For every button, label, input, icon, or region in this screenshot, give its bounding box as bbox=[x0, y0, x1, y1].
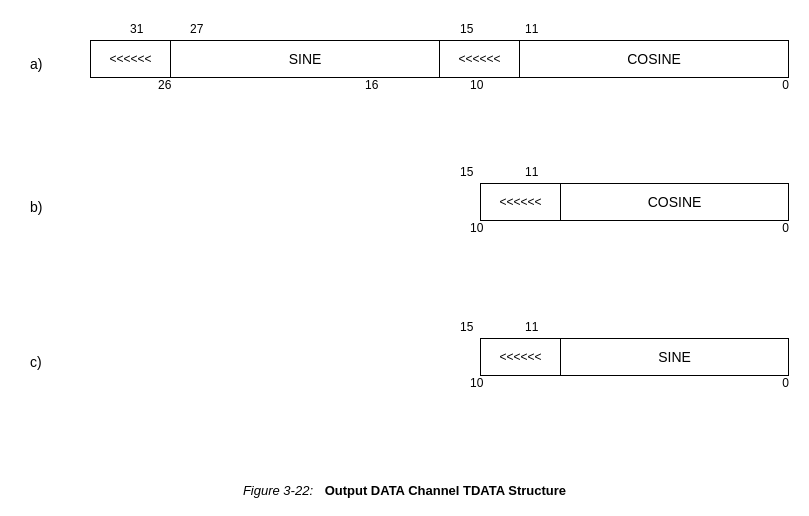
register-row-b: <<<<<< COSINE bbox=[480, 183, 789, 221]
cell-b-arrows: <<<<<< bbox=[481, 184, 561, 220]
cell-c-arrows: <<<<<< bbox=[481, 339, 561, 375]
bit-label-15b: 15 bbox=[460, 165, 473, 179]
bit-label-26: 26 bbox=[158, 78, 171, 92]
cell-a-cosine: COSINE bbox=[520, 41, 788, 77]
cell-a-arrows1: <<<<<< bbox=[91, 41, 171, 77]
bit-label-0c: 0 bbox=[782, 376, 789, 390]
bit-label-11a: 11 bbox=[525, 22, 538, 36]
figure-caption: Figure 3-22: Output DATA Channel TDATA S… bbox=[0, 483, 809, 498]
bit-label-11b: 11 bbox=[525, 165, 538, 179]
cell-c-sine: SINE bbox=[561, 339, 788, 375]
bit-label-0a: 0 bbox=[782, 78, 789, 92]
bit-label-15c: 15 bbox=[460, 320, 473, 334]
cell-a-arrows2: <<<<<< bbox=[440, 41, 520, 77]
bit-label-0b: 0 bbox=[782, 221, 789, 235]
bit-label-10c: 10 bbox=[470, 376, 483, 390]
cell-b-cosine: COSINE bbox=[561, 184, 788, 220]
bit-label-11c: 11 bbox=[525, 320, 538, 334]
bit-label-16: 16 bbox=[365, 78, 378, 92]
register-row-a: <<<<<< SINE <<<<<< COSINE bbox=[90, 40, 789, 78]
bit-label-15: 15 bbox=[460, 22, 473, 36]
bit-label-10a: 10 bbox=[470, 78, 483, 92]
figure-label: Figure 3-22: bbox=[243, 483, 313, 498]
row-label-c: c) bbox=[30, 354, 42, 370]
register-row-c: <<<<<< SINE bbox=[480, 338, 789, 376]
figure-text: Output DATA Channel TDATA Structure bbox=[325, 483, 566, 498]
row-label-a: a) bbox=[30, 56, 42, 72]
bit-label-27: 27 bbox=[190, 22, 203, 36]
bit-label-31: 31 bbox=[130, 22, 143, 36]
bit-label-10b: 10 bbox=[470, 221, 483, 235]
row-label-b: b) bbox=[30, 199, 42, 215]
cell-a-sine: SINE bbox=[171, 41, 440, 77]
